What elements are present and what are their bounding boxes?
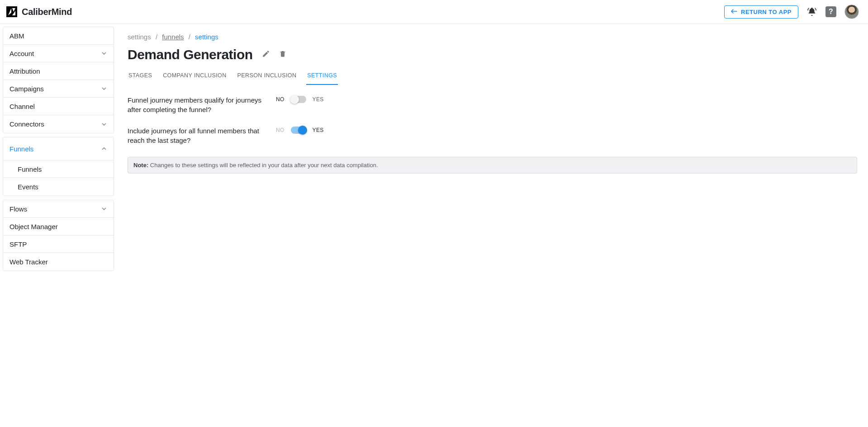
tab-label: STAGES (128, 72, 152, 79)
help-icon[interactable]: ? (825, 6, 836, 17)
sidebar-item-connectors[interactable]: Connectors (3, 115, 114, 133)
svg-marker-1 (12, 8, 15, 12)
chevron-down-icon (101, 121, 107, 127)
note-prefix: Note: (133, 162, 148, 169)
tab-stages[interactable]: STAGES (128, 69, 153, 85)
breadcrumb-separator: / (189, 33, 190, 41)
sidebar-group-funnels: Funnels Funnels Events (3, 137, 114, 196)
tab-person-inclusion[interactable]: PERSON INCLUSION (237, 69, 298, 85)
sidebar-group-3: Flows Object Manager SFTP Web Tracker (3, 200, 114, 271)
tab-label: PERSON INCLUSION (237, 72, 297, 79)
sidebar-item-label: Connectors (9, 120, 44, 128)
page-title-row: Demand Generation (128, 47, 857, 62)
breadcrumb: settings / funnels / settings (128, 33, 857, 41)
chevron-up-icon (101, 145, 107, 152)
setting-include-last-stage: Include journeys for all funnel members … (128, 126, 857, 145)
sidebar-group-1: ABM Account Attribution Campaigns Channe… (3, 27, 114, 133)
setting-toggle-last-stage: NO YES (276, 127, 324, 134)
sidebar-item-flows[interactable]: Flows (3, 200, 114, 218)
page-title: Demand Generation (128, 47, 253, 62)
sidebar-item-label: Web Tracker (9, 258, 48, 266)
sidebar-item-account[interactable]: Account (3, 45, 114, 62)
sidebar-item-funnels[interactable]: Funnels (3, 137, 114, 160)
sidebar-item-label: Channel (9, 103, 35, 110)
svg-marker-2 (12, 11, 15, 15)
sidebar-item-label: Events (18, 183, 38, 191)
toggle-switch[interactable] (291, 96, 306, 103)
setting-toggle-requalify: NO YES (276, 96, 324, 103)
sidebar-item-attribution[interactable]: Attribution (3, 62, 114, 80)
setting-label: Include journeys for all funnel members … (128, 126, 263, 145)
sidebar-item-label: Funnels (9, 145, 33, 153)
breadcrumb-separator: / (156, 33, 157, 41)
tab-company-inclusion[interactable]: COMPANY INCLUSION (162, 69, 227, 85)
toggle-off-label: NO (276, 96, 285, 103)
sidebar-item-campaigns[interactable]: Campaigns (3, 80, 114, 98)
setting-label: Funnel journey members qualify for journ… (128, 95, 263, 114)
tab-label: COMPANY INCLUSION (163, 72, 226, 79)
toggle-on-label: YES (313, 127, 324, 133)
sidebar-item-label: Account (9, 50, 34, 57)
sidebar-subitem-funnels[interactable]: Funnels (3, 160, 114, 178)
return-to-app-button[interactable]: RETURN TO APP (724, 5, 798, 19)
toggle-off-label: NO (276, 127, 285, 133)
breadcrumb-root: settings (128, 33, 151, 41)
tab-settings[interactable]: SETTINGS (306, 69, 338, 85)
sidebar-item-sftp[interactable]: SFTP (3, 235, 114, 253)
notifications-icon[interactable] (806, 6, 817, 17)
sidebar-subitem-events[interactable]: Events (3, 178, 114, 196)
sidebar-item-abm[interactable]: ABM (3, 27, 114, 45)
sidebar-item-label: Attribution (9, 67, 40, 75)
breadcrumb-current[interactable]: settings (195, 33, 218, 41)
breadcrumb-funnels[interactable]: funnels (162, 33, 184, 41)
user-avatar[interactable] (844, 5, 859, 19)
topbar: CaliberMind RETURN TO APP ? (0, 0, 868, 24)
sidebar-item-web-tracker[interactable]: Web Tracker (3, 253, 114, 271)
sidebar-item-channel[interactable]: Channel (3, 98, 114, 115)
chevron-down-icon (101, 85, 107, 92)
return-label: RETURN TO APP (741, 9, 792, 15)
sidebar-item-label: Flows (9, 205, 27, 213)
brand-name: CaliberMind (22, 7, 72, 17)
brand: CaliberMind (6, 6, 72, 17)
sidebar-item-label: Funnels (18, 165, 42, 173)
chevron-down-icon (101, 206, 107, 212)
sidebar-item-label: ABM (9, 32, 24, 40)
toggle-on-label: YES (313, 96, 324, 103)
setting-requalify: Funnel journey members qualify for journ… (128, 95, 857, 114)
topbar-actions: RETURN TO APP ? (724, 5, 859, 19)
note-box: Note: Changes to these settings will be … (128, 157, 857, 174)
sidebar: ABM Account Attribution Campaigns Channe… (0, 24, 117, 427)
brand-logo-icon (6, 6, 17, 17)
edit-icon[interactable] (262, 50, 270, 60)
svg-marker-0 (8, 8, 11, 15)
main-content: settings / funnels / settings Demand Gen… (117, 24, 868, 427)
sidebar-item-label: Campaigns (9, 85, 44, 93)
chevron-down-icon (101, 50, 107, 56)
delete-icon[interactable] (279, 50, 286, 60)
sidebar-item-label: SFTP (9, 240, 27, 248)
toggle-switch[interactable] (291, 127, 306, 134)
tab-label: SETTINGS (307, 72, 337, 79)
note-text: Changes to these settings will be reflec… (148, 162, 378, 169)
sidebar-item-object-manager[interactable]: Object Manager (3, 218, 114, 235)
sidebar-item-label: Object Manager (9, 223, 58, 230)
tabs: STAGES COMPANY INCLUSION PERSON INCLUSIO… (128, 69, 857, 85)
